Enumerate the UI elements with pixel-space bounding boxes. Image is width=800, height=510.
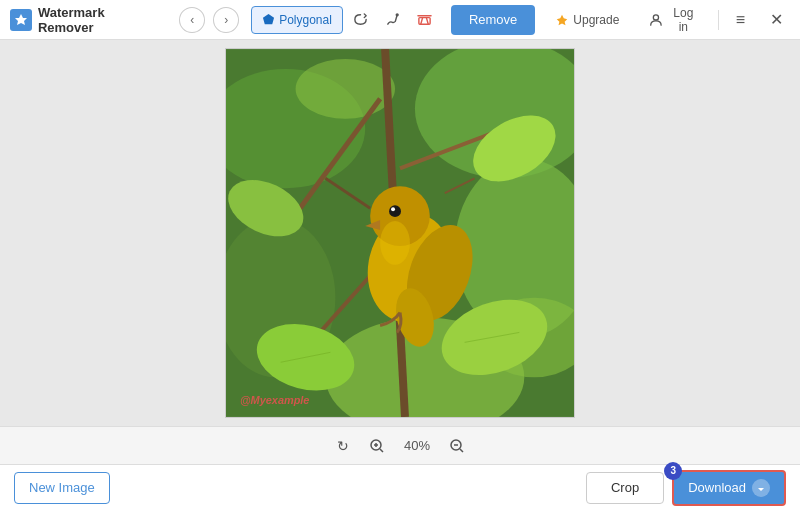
erase-icon	[417, 12, 432, 27]
svg-point-26	[380, 221, 410, 265]
polygonal-tool-button[interactable]: Polygonal	[251, 6, 343, 34]
zoom-out-button[interactable]	[445, 434, 469, 458]
svg-line-35	[380, 449, 383, 452]
image-container: @Myexample	[225, 48, 575, 418]
close-icon: ✕	[770, 10, 783, 29]
brush-tool-button[interactable]	[379, 6, 407, 34]
svg-marker-0	[263, 14, 274, 24]
app-title: Watermark Remover	[38, 5, 163, 35]
upgrade-label: Upgrade	[573, 13, 619, 27]
svg-point-1	[397, 14, 399, 16]
zoom-in-icon	[369, 438, 385, 454]
polygonal-tool-label: Polygonal	[279, 13, 332, 27]
forward-icon: ›	[224, 13, 228, 27]
app-header: Watermark Remover ‹ › Polygonal Remove U…	[0, 0, 800, 40]
crop-label: Crop	[611, 480, 639, 495]
back-icon: ‹	[190, 13, 194, 27]
svg-point-24	[389, 205, 401, 217]
footer-right-actions: Crop 3 Download	[586, 470, 786, 506]
remove-button[interactable]: Remove	[451, 5, 535, 35]
logo-area: Watermark Remover	[10, 5, 163, 35]
svg-point-10	[296, 59, 395, 119]
download-button[interactable]: Download	[672, 470, 786, 506]
upgrade-icon	[555, 13, 569, 27]
tool-group: Polygonal	[251, 6, 439, 34]
svg-point-3	[654, 14, 659, 19]
zoom-in-button[interactable]	[365, 434, 389, 458]
erase-tool-button[interactable]	[411, 6, 439, 34]
remove-label: Remove	[469, 12, 517, 27]
app-logo-icon	[10, 9, 32, 31]
login-button[interactable]: Log in	[639, 6, 709, 34]
back-button[interactable]: ‹	[179, 7, 205, 33]
zoom-bar: ↻ 40%	[0, 426, 800, 464]
zoom-reset-button[interactable]: ↻	[331, 434, 355, 458]
login-icon	[649, 13, 663, 27]
download-badge: 3	[664, 462, 682, 480]
header-divider	[718, 10, 719, 30]
forward-button[interactable]: ›	[213, 7, 239, 33]
app-footer: New Image Crop 3 Download	[0, 464, 800, 510]
main-canvas-area: @Myexample	[0, 40, 800, 426]
lasso-icon	[353, 12, 368, 27]
zoom-reset-icon: ↻	[337, 438, 349, 454]
download-arrow-icon	[756, 483, 766, 493]
upgrade-button[interactable]: Upgrade	[543, 6, 631, 34]
download-label: Download	[688, 480, 746, 495]
new-image-label: New Image	[29, 480, 95, 495]
login-label: Log in	[667, 6, 699, 34]
svg-line-38	[460, 449, 463, 452]
brush-icon	[385, 12, 400, 27]
svg-point-25	[391, 207, 395, 211]
zoom-out-icon	[449, 438, 465, 454]
menu-button[interactable]: ≡	[727, 6, 755, 34]
svg-text:@Myexample: @Myexample	[240, 394, 310, 406]
header-right: Upgrade Log in ≡ ✕	[543, 6, 790, 34]
new-image-button[interactable]: New Image	[14, 472, 110, 504]
download-icon	[752, 479, 770, 497]
download-wrapper: 3 Download	[672, 470, 786, 506]
bird-scene-svg: @Myexample	[226, 49, 574, 417]
menu-icon: ≡	[736, 11, 745, 29]
lasso-tool-button[interactable]	[347, 6, 375, 34]
crop-button[interactable]: Crop	[586, 472, 664, 504]
zoom-level: 40%	[399, 438, 435, 453]
close-button[interactable]: ✕	[762, 6, 790, 34]
polygonal-icon	[262, 13, 275, 26]
